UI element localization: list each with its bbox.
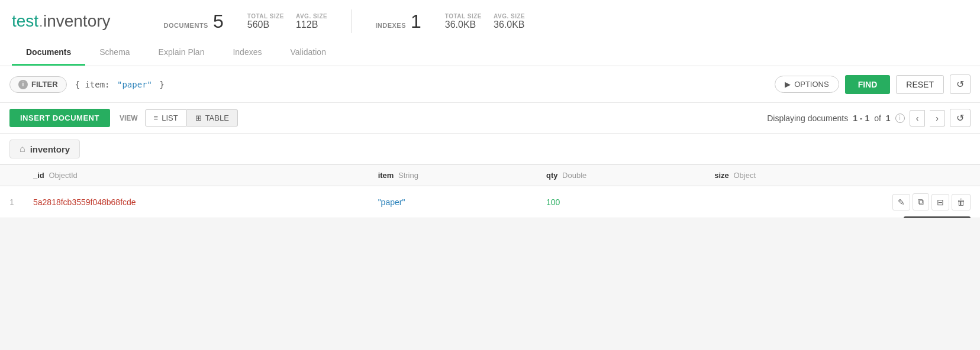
reload-button[interactable]: ↺ — [950, 109, 971, 127]
row-qty-cell: 100 — [537, 186, 705, 218]
col-id-type: ObjectId — [49, 171, 77, 180]
avg-size-docs-label: AVG. SIZE — [296, 13, 327, 20]
row-item-value: "paper" — [378, 197, 405, 207]
avg-size-indexes: AVG. SIZE 36.0KB — [494, 13, 525, 30]
row-id-value: 5a2818fcb3559f048b68fcde — [33, 197, 136, 207]
display-of: of — [874, 114, 881, 123]
row-number: 1 — [0, 186, 24, 218]
tabs-row: Documents Schema Explain Plan Indexes Va… — [12, 40, 968, 66]
table-label: TABLE — [205, 114, 229, 122]
stats-group: DOCUMENTS 5 TOTAL SIZE 560B AVG. SIZE 11… — [164, 9, 526, 33]
total-size-docs-label: TOTAL SIZE — [247, 13, 284, 20]
prev-page-button[interactable]: ‹ — [910, 110, 926, 127]
reset-button[interactable]: RESET — [896, 75, 944, 94]
app-title-test: test — [12, 12, 38, 30]
stat-divider — [351, 9, 352, 33]
filter-query-prefix: { item: — [75, 80, 110, 89]
table-icon: ⊞ — [195, 114, 202, 122]
collection-badge: ⌂ inventory — [9, 140, 80, 158]
tab-validation[interactable]: Validation — [276, 40, 340, 66]
delete-document-button[interactable]: 🗑 — [952, 194, 971, 210]
indexes-count: 1 — [411, 11, 421, 33]
list-view-button[interactable]: ≡ LIST — [145, 109, 187, 127]
avg-size-docs-val: 112B — [296, 20, 318, 30]
filter-row: i FILTER { item: "paper" } ▶ OPTIONS FIN… — [0, 66, 980, 103]
row-size-cell: ✎ ⧉ ⊟ 🗑 Delete Document — [705, 186, 980, 218]
table-col-qty: qty Double — [537, 165, 705, 186]
col-qty-name: qty — [546, 171, 558, 180]
options-label: OPTIONS — [794, 80, 829, 89]
filter-query-suffix: } — [159, 80, 164, 89]
col-qty-type: Double — [562, 171, 586, 180]
filter-label: FILTER — [31, 80, 58, 89]
documents-label: DOCUMENTS — [164, 22, 208, 29]
tab-documents[interactable]: Documents — [12, 40, 85, 66]
list-label: LIST — [162, 114, 178, 122]
row-item-cell: "paper" — [369, 186, 537, 218]
table-header-row: _id ObjectId item String qty Double size… — [0, 165, 980, 186]
tab-explain-plan[interactable]: Explain Plan — [144, 40, 219, 66]
options-button[interactable]: ▶ OPTIONS — [775, 76, 839, 93]
find-button[interactable]: FIND — [845, 75, 891, 94]
avg-size-indexes-val: 36.0KB — [494, 20, 524, 30]
table-row: 1 5a2818fcb3559f048b68fcde "paper" 100 ✎… — [0, 186, 980, 218]
row-id-cell: 5a2818fcb3559f048b68fcde — [24, 186, 369, 218]
app-title-dot: . — [38, 12, 43, 30]
display-range: 1 - 1 — [853, 114, 869, 123]
insert-document-button[interactable]: INSERT DOCUMENT — [9, 109, 110, 127]
row-actions: ✎ ⧉ ⊟ 🗑 Delete Document — [714, 193, 971, 210]
display-text: Displaying documents — [767, 114, 848, 123]
col-size-type: Object — [733, 171, 756, 180]
documents-count: 5 — [213, 11, 224, 33]
clone-document-button[interactable]: ⧉ — [913, 193, 929, 210]
filter-query-value: "paper" — [117, 80, 152, 89]
options-arrow-icon: ▶ — [785, 80, 791, 89]
delete-tooltip: Delete Document — [904, 216, 971, 219]
total-size-indexes-val: 36.0KB — [445, 20, 476, 30]
filter-button[interactable]: i FILTER — [9, 76, 67, 93]
col-item-type: String — [398, 171, 418, 180]
indexes-label: INDEXES — [375, 22, 406, 29]
table-col-size: size Object — [705, 165, 980, 186]
tab-schema[interactable]: Schema — [85, 40, 144, 66]
total-size-indexes-label: TOTAL SIZE — [445, 13, 482, 20]
documents-stat: DOCUMENTS 5 — [164, 11, 224, 33]
view-toggle: ≡ LIST ⊞ TABLE — [145, 109, 238, 127]
data-table: _id ObjectId item String qty Double size… — [0, 164, 980, 218]
avg-size-indexes-label: AVG. SIZE — [494, 13, 525, 20]
filter-query: { item: "paper" } — [73, 80, 769, 89]
avg-size-docs: AVG. SIZE 112B — [296, 13, 327, 30]
display-info-icon[interactable]: i — [895, 114, 905, 123]
filter-info-icon: i — [18, 80, 28, 89]
table-col-id: _id ObjectId — [24, 165, 369, 186]
display-total: 1 — [886, 114, 891, 123]
toolbar-row: INSERT DOCUMENT VIEW ≡ LIST ⊞ TABLE Disp… — [0, 103, 980, 134]
col-size-name: size — [714, 171, 729, 180]
indexes-sub-stats: TOTAL SIZE 36.0KB AVG. SIZE 36.0KB — [445, 13, 525, 30]
col-item-name: item — [378, 171, 394, 180]
tab-indexes[interactable]: Indexes — [218, 40, 276, 66]
table-area: ⌂ inventory _id ObjectId item String qty — [0, 134, 980, 218]
content-area: i FILTER { item: "paper" } ▶ OPTIONS FIN… — [0, 66, 980, 218]
docs-sub-stats: TOTAL SIZE 560B AVG. SIZE 112B — [247, 13, 327, 30]
copy-document-button[interactable]: ⊟ — [931, 194, 949, 210]
refresh-button[interactable]: ↺ — [950, 74, 971, 94]
total-size-docs-val: 560B — [247, 20, 269, 30]
table-col-item: item String — [369, 165, 537, 186]
app-title-inventory: inventory — [43, 12, 111, 30]
row-qty-value: 100 — [546, 197, 560, 207]
edit-document-button[interactable]: ✎ — [892, 194, 910, 210]
list-icon: ≡ — [154, 114, 159, 122]
table-view-button[interactable]: ⊞ TABLE — [187, 109, 238, 127]
app-title: test.inventory — [12, 12, 111, 31]
total-size-docs: TOTAL SIZE 560B — [247, 13, 284, 30]
indexes-stat: INDEXES 1 — [375, 11, 421, 33]
total-size-indexes: TOTAL SIZE 36.0KB — [445, 13, 482, 30]
table-col-rownum — [0, 165, 24, 186]
display-info: Displaying documents 1 - 1 of 1 i ‹ › ↺ — [767, 109, 971, 127]
col-id-name: _id — [33, 171, 44, 180]
collection-icon: ⌂ — [20, 144, 25, 154]
next-page-button[interactable]: › — [930, 110, 945, 127]
view-label: VIEW — [120, 114, 138, 122]
collection-name: inventory — [30, 144, 70, 154]
